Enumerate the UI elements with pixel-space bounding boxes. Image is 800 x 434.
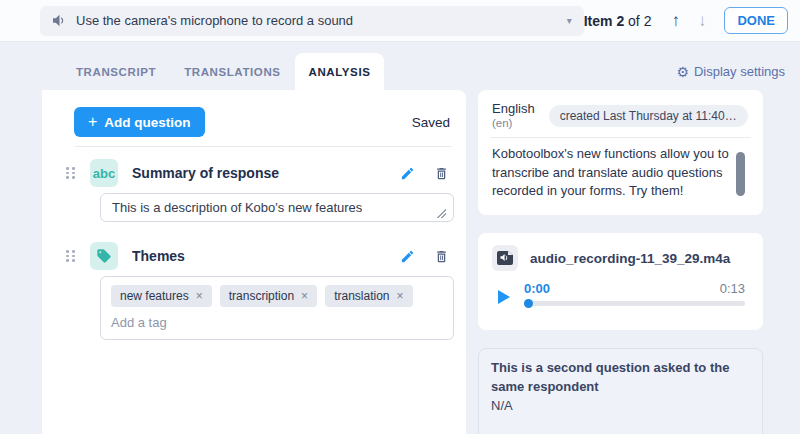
- selected-question-label: Use the camera's microphone to record a …: [76, 13, 558, 28]
- speaker-icon: [52, 14, 67, 27]
- pencil-icon: [400, 166, 415, 181]
- seek-handle[interactable]: [524, 299, 533, 308]
- tag-chip-list: new features × transcription × translati…: [111, 285, 443, 307]
- previous-item-button[interactable]: ↑: [667, 10, 684, 31]
- card-divider: [490, 137, 751, 138]
- tab-translations[interactable]: TRANSLATIONS: [170, 53, 294, 90]
- question-title: Summary of response: [132, 165, 386, 181]
- remove-tag-icon[interactable]: ×: [196, 290, 203, 302]
- current-time: 0:00: [524, 281, 550, 296]
- drag-handle-icon[interactable]: [66, 167, 76, 179]
- remove-tag-icon[interactable]: ×: [397, 290, 404, 302]
- add-question-label: Add question: [104, 115, 190, 130]
- chevron-down-icon: ▾: [567, 15, 572, 26]
- gear-icon: ⚙: [676, 65, 689, 79]
- tag-chip: new features ×: [111, 285, 212, 307]
- summary-response-field: This is a description of Kobo's new feat…: [100, 193, 454, 226]
- next-question-text: This is a second question asked to the s…: [491, 359, 750, 397]
- display-settings-button[interactable]: ⚙ Display settings: [676, 64, 785, 90]
- content-header: TRANSCRIPT TRANSLATIONS ANALYSIS ⚙ Displ…: [42, 50, 785, 90]
- created-date-badge: created Last Thursday at 11:40…: [549, 105, 748, 127]
- tag-question-type-icon: [90, 242, 118, 270]
- tag-chip: transcription ×: [220, 285, 317, 307]
- add-question-button[interactable]: + Add question: [74, 107, 205, 137]
- done-button[interactable]: DONE: [724, 7, 788, 34]
- tag-chip-label: transcription: [229, 289, 294, 303]
- top-bar: Use the camera's microphone to record a …: [0, 0, 800, 42]
- language-block: English (en): [492, 101, 535, 129]
- audio-seek-bar[interactable]: [524, 301, 745, 306]
- display-settings-label: Display settings: [694, 64, 785, 79]
- analysis-panel-header: + Add question Saved: [74, 107, 450, 137]
- delete-question-button[interactable]: [429, 247, 454, 266]
- item-counter-current: Item 2: [584, 13, 624, 29]
- audio-player-controls: 0:00 0:13: [492, 281, 749, 306]
- transcript-text: Kobotoolbox's new functions allow you to…: [492, 145, 740, 200]
- language-code: (en): [492, 117, 535, 129]
- pencil-icon: [400, 249, 415, 264]
- question-title: Themes: [132, 248, 386, 264]
- text-question-type-icon: abc: [90, 159, 118, 187]
- language-name: English: [492, 101, 535, 117]
- total-duration: 0:13: [720, 281, 745, 296]
- audio-file-icon: [492, 245, 518, 271]
- audio-time-row: 0:00 0:13: [524, 281, 745, 296]
- tab-transcript[interactable]: TRANSCRIPT: [62, 53, 170, 90]
- save-status: Saved: [412, 115, 450, 130]
- audio-player-card: audio_recording-11_39_29.m4a 0:00 0:13: [478, 233, 763, 330]
- play-icon: [498, 290, 510, 304]
- delete-question-button[interactable]: [429, 164, 454, 183]
- edit-question-button[interactable]: [395, 164, 420, 183]
- add-tag-input[interactable]: Add a tag: [111, 315, 443, 330]
- trash-icon: [434, 166, 449, 181]
- language-header: English (en) created Last Thursday at 11…: [492, 101, 749, 129]
- tab-analysis[interactable]: ANALYSIS: [295, 53, 385, 90]
- question-selector-dropdown[interactable]: Use the camera's microphone to record a …: [40, 6, 584, 36]
- right-sidebar: English (en) created Last Thursday at 11…: [478, 90, 763, 434]
- tab-bar: TRANSCRIPT TRANSLATIONS ANALYSIS: [62, 53, 384, 90]
- plus-icon: +: [88, 114, 97, 130]
- content-body: + Add question Saved abc Summary of resp…: [42, 90, 785, 434]
- audio-file-row: audio_recording-11_39_29.m4a: [492, 245, 749, 271]
- trash-icon: [434, 249, 449, 264]
- question-row-themes: Themes: [66, 242, 454, 270]
- main-area: TRANSCRIPT TRANSLATIONS ANALYSIS ⚙ Displ…: [0, 42, 800, 434]
- summary-response-input[interactable]: This is a description of Kobo's new feat…: [100, 193, 454, 222]
- tag-chip: translation ×: [325, 285, 412, 307]
- play-button[interactable]: [492, 290, 510, 306]
- tag-chip-label: translation: [334, 289, 389, 303]
- item-counter-total: of 2: [624, 13, 651, 29]
- panel-divider: [75, 146, 452, 147]
- scrollbar-thumb[interactable]: [736, 152, 745, 196]
- next-question-answer: N/A: [491, 397, 750, 416]
- remove-tag-icon[interactable]: ×: [301, 290, 308, 302]
- question-row-summary: abc Summary of response: [66, 159, 454, 187]
- edit-question-button[interactable]: [395, 247, 420, 266]
- themes-tags-field[interactable]: new features × transcription × translati…: [100, 276, 454, 340]
- drag-handle-icon[interactable]: [66, 250, 76, 262]
- next-question-card: This is a second question asked to the s…: [478, 348, 763, 434]
- tag-icon: [96, 248, 112, 264]
- audio-progress-area: 0:00 0:13: [524, 281, 749, 306]
- next-item-button[interactable]: ↓: [694, 10, 711, 31]
- item-counter: Item 2 of 2: [584, 13, 652, 29]
- speaker-file-icon: [497, 251, 513, 265]
- analysis-panel: + Add question Saved abc Summary of resp…: [42, 90, 466, 434]
- audio-filename: audio_recording-11_39_29.m4a: [530, 251, 730, 266]
- tag-chip-label: new features: [120, 289, 189, 303]
- transcript-preview-card: English (en) created Last Thursday at 11…: [478, 90, 763, 215]
